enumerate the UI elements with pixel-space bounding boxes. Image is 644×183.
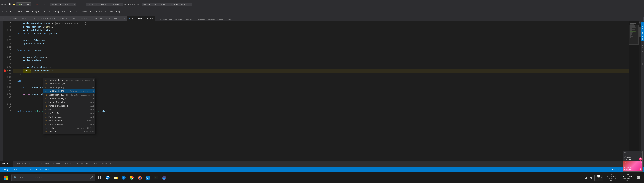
menu-debug[interactable]: Debug bbox=[51, 9, 60, 15]
terminal-icon[interactable]: >_ bbox=[152, 174, 160, 181]
notif-badge-1: 2 bbox=[639, 157, 642, 160]
warning-icon: ⚠ bbox=[614, 168, 615, 171]
tab-doc-mgmt[interactable]: DocumentManagementController.cs bbox=[89, 16, 127, 21]
scroll-up[interactable]: ▲ bbox=[639, 21, 641, 24]
menu-view[interactable]: View bbox=[16, 9, 24, 15]
ac-item-parentrevisionid[interactable]: ⬡ ParentRevisionId null bbox=[44, 104, 95, 108]
ac-item-publishedat[interactable]: ⬡ PublishedAt null bbox=[44, 115, 95, 119]
status-errors[interactable]: ✕ 0 ⚠ 19 bbox=[610, 167, 620, 172]
ac-item-parentrevision[interactable]: ⬡ ParentRevision null bbox=[44, 101, 95, 104]
tab-find-results[interactable]: Find Results 1 bbox=[13, 161, 35, 167]
solution-explorer-strip[interactable]: Solution Explorer bbox=[641, 23, 644, 41]
menu-window[interactable]: Window bbox=[104, 9, 114, 15]
tab-dm-folder[interactable]: DM_FolderSubModuleTest.cs bbox=[57, 16, 89, 21]
properties-strip[interactable]: Properties bbox=[641, 57, 644, 68]
tab-article-service[interactable]: CS ArticleService.cs ✕ bbox=[127, 16, 155, 21]
menu-test[interactable]: Test bbox=[60, 9, 68, 15]
svg-rect-29 bbox=[638, 178, 639, 179]
edge-icon[interactable] bbox=[104, 174, 111, 181]
ac-item-lastupdatedbyid[interactable]: ⬡ LastUpdatedById 1 bbox=[44, 97, 95, 101]
ac-item-lastupdatedat[interactable]: ⬡ LastUpdatedAt {6/1/2017 12:17:02 PM} bbox=[44, 89, 95, 93]
cortana-icon[interactable] bbox=[160, 174, 168, 181]
tray-pbd-button[interactable]: PBD AB/1204 ▲ bbox=[594, 175, 603, 181]
continue-button[interactable]: ▶ Continue bbox=[17, 2, 31, 6]
code-line: { bbox=[13, 83, 628, 86]
menu-edit[interactable]: Edit bbox=[8, 9, 16, 15]
tab-dm-text[interactable]: DM_TextSubModuleTest.cs ✕ bbox=[0, 16, 32, 21]
chrome-icon[interactable] bbox=[128, 174, 136, 181]
notif-item-1[interactable]: ENG 2:15 PM 6/1/2017 US 2 bbox=[623, 151, 642, 161]
status-ins[interactable]: INS bbox=[44, 167, 50, 172]
filter-icon[interactable]: ⚯ bbox=[124, 3, 126, 6]
clock-1[interactable]: ENG 2:15 PM 6/1/2017 US bbox=[604, 173, 619, 182]
toolbar-forward[interactable]: ▷ bbox=[4, 3, 6, 6]
ac-item-pbdfileid[interactable]: ⬡ PbdFileId null bbox=[44, 112, 95, 115]
start-button[interactable] bbox=[1, 173, 11, 182]
prop-icon: ⬡ bbox=[45, 90, 48, 93]
autocomplete-dropdown[interactable]: ⬡ IsWorkedOnly {PBD.Core.Model.UserQm...… bbox=[43, 78, 96, 134]
close-icon[interactable]: ✕ bbox=[28, 18, 30, 20]
process-selector[interactable]: [10108] dotnet.exe ▾ bbox=[50, 3, 76, 6]
task-view-button[interactable] bbox=[96, 174, 103, 181]
thread-selector[interactable]: Thread: [13288] Worker Thread ▾ bbox=[86, 3, 123, 6]
ac-item-title[interactable]: ◈ Title = "TextMain_Edit" › bbox=[44, 126, 95, 130]
status-ch[interactable]: Ch 17 bbox=[34, 167, 42, 172]
status-line[interactable]: Ln 231 bbox=[12, 167, 21, 172]
ac-item-publishedbyid[interactable]: ⬡ PublishedById null bbox=[44, 123, 95, 126]
tab-output[interactable]: Output bbox=[63, 161, 75, 167]
prop-icon: ⬡ bbox=[45, 83, 48, 85]
notification-button[interactable] bbox=[635, 174, 643, 181]
toolbar-save[interactable]: 💾 bbox=[8, 3, 12, 6]
ac-item-publishedby[interactable]: ⬡ PublishedBy null › bbox=[44, 119, 95, 123]
taskbar-search[interactable]: 🔍 Type here to search 🎤 bbox=[12, 174, 95, 181]
menu-extensions[interactable]: Extensions bbox=[89, 9, 104, 15]
clock-2[interactable]: ENG 2:17 PM 6/1/2017 US bbox=[620, 173, 634, 182]
ac-item-pbdfile[interactable]: ⬡ PbdFile null bbox=[44, 108, 95, 112]
toolbar-back[interactable]: ◁ bbox=[1, 3, 3, 6]
scroll-thumb[interactable] bbox=[639, 27, 641, 37]
toolbar-stop[interactable]: ■ bbox=[36, 3, 38, 6]
split-top-button[interactable]: ⊞ bbox=[641, 17, 644, 21]
code-line: { bbox=[13, 52, 628, 55]
svg-rect-7 bbox=[100, 178, 101, 179]
ac-item-version[interactable]: ⬡ Version = "0.0.0" bbox=[44, 130, 95, 134]
tab-find-symbol[interactable]: Find Symbol Results bbox=[35, 161, 63, 167]
menu-analyze[interactable]: Analyze bbox=[68, 9, 79, 15]
menu-tools[interactable]: Tools bbox=[80, 9, 88, 15]
menu-git[interactable]: Git bbox=[24, 9, 30, 15]
ac-item-isworkingcopy[interactable]: ⬡ IsWorkingCopy true bbox=[44, 86, 95, 89]
editor-scrollbar[interactable]: ▲ ▼ bbox=[639, 21, 641, 160]
tab-watch1[interactable]: Watch 1 bbox=[0, 161, 13, 167]
tab-error-list[interactable]: Error List bbox=[75, 161, 92, 167]
ac-item-isworkedonly[interactable]: ⬡ IsWorkedOnly {PBD.Core.Model.UserQm...… bbox=[44, 78, 95, 82]
svg-rect-6 bbox=[98, 178, 100, 179]
svg-rect-27 bbox=[638, 176, 639, 178]
code-line: } bbox=[13, 96, 628, 99]
tab-http-client[interactable]: HttpClientHelper.cs bbox=[32, 16, 57, 21]
stack-frame-selector[interactable]: PBD.Core.Services.ArticleService.EditTex… bbox=[142, 3, 192, 6]
code-line: } bbox=[13, 73, 628, 76]
ac-item-isworkedonlyid[interactable]: ⬡ IsWorkedOnlyId bbox=[44, 82, 95, 86]
menu-build[interactable]: Build bbox=[42, 9, 51, 15]
explorer-icon[interactable] bbox=[112, 174, 120, 181]
toolbar-open[interactable]: 📂 bbox=[12, 3, 16, 6]
expand-icon[interactable]: › bbox=[93, 127, 94, 129]
status-col[interactable]: Col 17 bbox=[23, 167, 32, 172]
notif-item-2[interactable]: ENG 2:17 PM 6/1/2017 US 2 bbox=[623, 161, 642, 171]
ac-item-lastupdatedby[interactable]: ⬡ LastUpdatedBy {PBD.Core.Model.UserQm..… bbox=[44, 93, 95, 97]
tray-volume[interactable] bbox=[589, 175, 594, 180]
vscode-icon[interactable]: </> bbox=[144, 174, 152, 181]
menu-project[interactable]: Project bbox=[31, 9, 42, 15]
team-explorer-strip[interactable]: Team Explorer bbox=[641, 42, 644, 56]
store-icon[interactable]: ⊕ bbox=[120, 174, 128, 181]
microphone-icon[interactable]: 🎤 bbox=[90, 176, 93, 179]
expand-icon[interactable]: › bbox=[93, 120, 94, 122]
tab-parallel-watch[interactable]: Parallel Watch 1 bbox=[92, 161, 116, 167]
editor-area: ➤ 217 218 219 220 221 222 223 224 225 22… bbox=[3, 21, 641, 160]
menu-file[interactable]: File bbox=[1, 9, 8, 15]
firefox-icon[interactable] bbox=[136, 174, 144, 181]
menu-help[interactable]: Help bbox=[114, 9, 122, 15]
close-icon[interactable]: ✕ bbox=[152, 18, 153, 20]
tray-network[interactable] bbox=[584, 175, 588, 180]
toolbar-pause[interactable]: ⏸ bbox=[32, 3, 35, 6]
